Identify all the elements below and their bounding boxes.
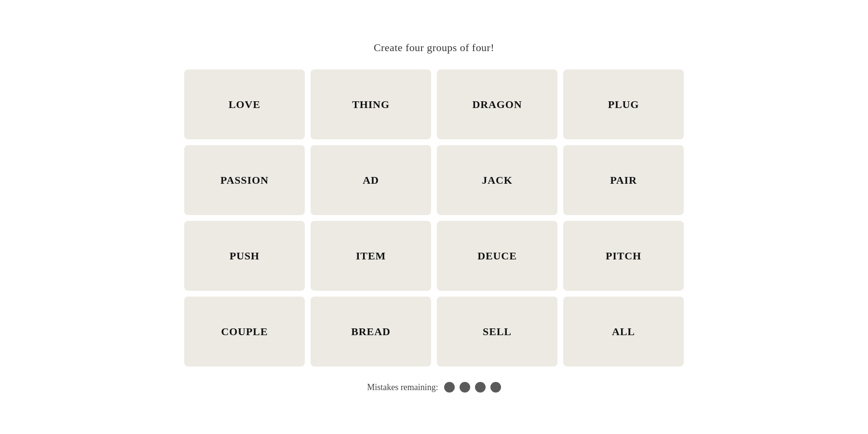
tile-couple[interactable]: COUPLE	[184, 297, 305, 366]
tile-ad[interactable]: AD	[311, 145, 431, 215]
tile-label-dragon: DRAGON	[472, 98, 522, 111]
mistakes-row: Mistakes remaining:	[367, 382, 501, 393]
tile-label-item: ITEM	[356, 250, 386, 262]
tile-plug[interactable]: PLUG	[563, 69, 684, 139]
game-subtitle: Create four groups of four!	[374, 41, 494, 54]
tile-thing[interactable]: THING	[311, 69, 431, 139]
tile-label-bread: BREAD	[351, 326, 390, 338]
tile-label-plug: PLUG	[608, 98, 639, 111]
mistakes-label: Mistakes remaining:	[367, 382, 438, 393]
game-grid: LOVETHINGDRAGONPLUGPASSIONADJACKPAIRPUSH…	[184, 69, 684, 366]
tile-love[interactable]: LOVE	[184, 69, 305, 139]
tile-passion[interactable]: PASSION	[184, 145, 305, 215]
tile-pair[interactable]: PAIR	[563, 145, 684, 215]
tile-bread[interactable]: BREAD	[311, 297, 431, 366]
tile-label-couple: COUPLE	[221, 326, 268, 338]
tile-label-thing: THING	[352, 98, 390, 111]
tile-label-jack: JACK	[482, 174, 512, 187]
mistake-dot-1	[444, 382, 455, 393]
tile-pitch[interactable]: PITCH	[563, 221, 684, 291]
mistakes-dots	[444, 382, 501, 393]
mistake-dot-3	[475, 382, 486, 393]
tile-push[interactable]: PUSH	[184, 221, 305, 291]
tile-label-sell: SELL	[483, 326, 512, 338]
tile-item[interactable]: ITEM	[311, 221, 431, 291]
tile-label-pitch: PITCH	[606, 250, 641, 262]
tile-dragon[interactable]: DRAGON	[437, 69, 557, 139]
tile-label-ad: AD	[363, 174, 379, 187]
tile-all[interactable]: ALL	[563, 297, 684, 366]
tile-label-all: ALL	[612, 326, 635, 338]
tile-label-push: PUSH	[230, 250, 259, 262]
tile-label-passion: PASSION	[220, 174, 269, 187]
tile-jack[interactable]: JACK	[437, 145, 557, 215]
mistake-dot-2	[460, 382, 470, 393]
tile-deuce[interactable]: DEUCE	[437, 221, 557, 291]
mistake-dot-4	[490, 382, 501, 393]
tile-label-pair: PAIR	[610, 174, 637, 187]
tile-label-love: LOVE	[229, 98, 260, 111]
tile-label-deuce: DEUCE	[477, 250, 516, 262]
tile-sell[interactable]: SELL	[437, 297, 557, 366]
